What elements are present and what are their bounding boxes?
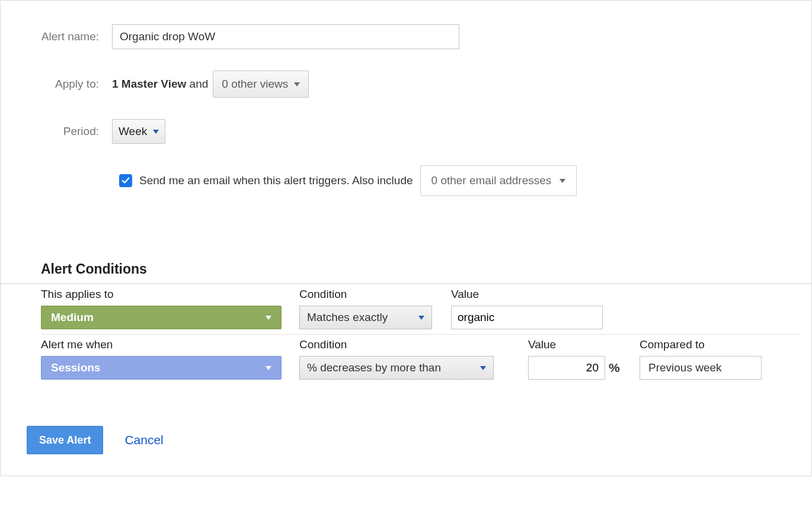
metric-dropdown[interactable]: Sessions [41,356,282,380]
dimension-value-input[interactable] [451,306,603,329]
check-icon [122,177,130,185]
alert-conditions-title: Alert Conditions [41,261,811,277]
period-dropdown[interactable]: Week [112,119,165,144]
save-alert-button[interactable]: Save Alert [27,426,103,454]
dimension-condition-label: Matches exactly [307,311,388,324]
chevron-down-icon [266,366,271,370]
other-emails-dropdown[interactable]: 0 other email addresses [420,165,577,196]
compared-to-select[interactable]: Previous week [640,356,762,380]
chevron-down-icon [418,316,424,320]
row-alert-name: Alert name: [1,24,811,49]
row-email-notify: Send me an email when this alert trigger… [119,165,811,196]
value-header-2: Value [528,338,640,351]
alert-when-header: Alert me when [41,338,299,351]
threshold-value-input[interactable] [528,356,605,380]
metric-condition-dropdown[interactable]: % decreases by more than [299,356,494,380]
row-apply-to: Apply to: 1 Master View and 0 other view… [1,70,811,98]
compared-to-label: Previous week [648,361,722,374]
chevron-down-icon [480,366,486,370]
chevron-down-icon [266,316,271,320]
chevron-down-icon [153,130,159,134]
email-notify-label: Send me an email when this alert trigger… [139,174,413,187]
alert-name-input[interactable] [112,24,459,49]
other-views-dropdown-label: 0 other views [222,78,288,91]
apply-to-view-name: 1 Master View [112,78,186,90]
label-alert-name: Alert name: [1,30,112,43]
period-dropdown-label: Week [119,125,147,138]
chevron-down-icon [294,82,300,86]
alert-conditions-table: This applies to Medium Condition Matches… [41,284,800,384]
alert-panel: Alert name: Apply to: 1 Master View and … [0,0,812,476]
compared-to-header: Compared to [640,338,770,351]
other-views-dropdown[interactable]: 0 other views [213,70,309,98]
dimension-dropdown-label: Medium [51,311,94,324]
condition-header-2: Condition [299,338,528,351]
action-bar: Save Alert Cancel [27,426,811,454]
chevron-down-icon [560,179,565,183]
label-apply-to: Apply to: [1,78,112,91]
condition-header-1: Condition [299,288,451,301]
cond-row-applies-to: This applies to Medium Condition Matches… [41,284,800,335]
dimension-condition-dropdown[interactable]: Matches exactly [299,306,432,329]
metric-dropdown-label: Sessions [51,361,100,374]
row-period: Period: Week [1,119,811,144]
cond-row-alert-when: Alert me when Sessions Condition % decre… [41,335,800,384]
applies-to-header: This applies to [41,288,299,301]
cancel-link[interactable]: Cancel [124,433,163,447]
value-header-1: Value [451,288,606,301]
dimension-dropdown[interactable]: Medium [41,306,282,329]
other-emails-dropdown-label: 0 other email addresses [431,174,552,187]
metric-condition-label: % decreases by more than [307,361,441,374]
apply-to-and: and [190,78,209,90]
percent-symbol: % [609,361,620,375]
email-notify-checkbox[interactable] [119,174,132,187]
label-period: Period: [1,125,112,138]
